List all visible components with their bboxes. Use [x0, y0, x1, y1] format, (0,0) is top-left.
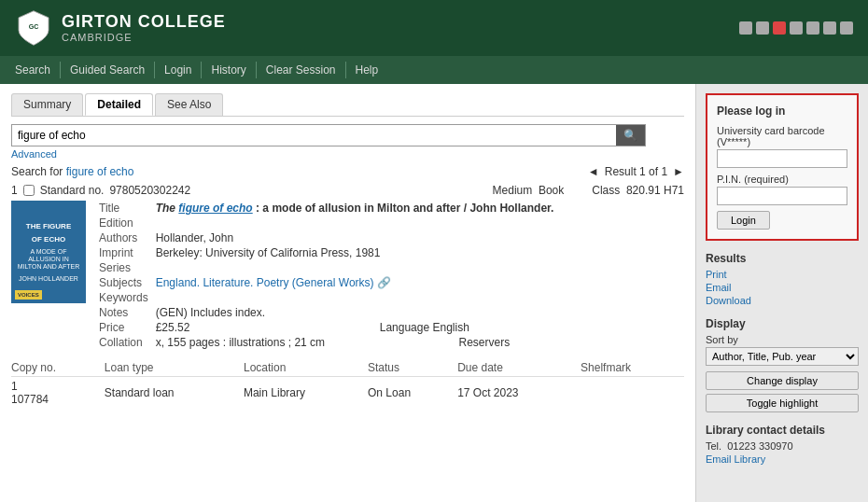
- left-content: Summary Detailed See Also 🔍 Advanced Sea…: [0, 84, 695, 502]
- book-title: The figure of echo : a mode of allusion …: [156, 201, 558, 216]
- shelfmark-cell: [581, 377, 684, 410]
- search-for: Search for figure of echo: [11, 165, 133, 178]
- logo-area: GC GIRTON COLLEGE CAMBRIDGE: [15, 9, 226, 47]
- search-area: 🔍 Advanced: [11, 124, 684, 160]
- library-contact-section: Library contact details Tel. 01223 33097…: [706, 424, 859, 465]
- subjects-value: England. Literature. Poetry (General Wor…: [156, 275, 558, 290]
- result-pagination: ◄ Result 1 of 1 ►: [588, 165, 684, 178]
- copy-table: Copy no. Loan type Location Status Due d…: [11, 359, 684, 409]
- login-box: Please log in University card barcode (V…: [706, 93, 859, 241]
- search-button[interactable]: 🔍: [616, 125, 645, 146]
- subjects-link[interactable]: England. Literature. Poetry (General Wor…: [156, 276, 374, 289]
- notes-value: (GEN) Includes index.: [156, 305, 558, 320]
- reservers-inline: Reservers: [328, 336, 510, 349]
- imprint-label: Imprint: [99, 245, 156, 260]
- cover-subtitle1: A MODE OF ALLUSION IN: [15, 248, 82, 264]
- extra-ctrl-1[interactable]: [790, 21, 803, 35]
- series-label: Series: [99, 260, 156, 275]
- nav-clear-session[interactable]: Clear Session: [257, 62, 346, 78]
- nav-login[interactable]: Login: [155, 62, 202, 78]
- cover-subtitle2: MILTON AND AFTER: [18, 263, 80, 271]
- advanced-link[interactable]: Advanced: [11, 148, 684, 160]
- display-section: Display Sort by Author, Title, Pub. year…: [706, 317, 859, 412]
- book-cover: THE FIGURE OF ECHO A MODE OF ALLUSION IN…: [11, 201, 86, 303]
- display-heading: Display: [706, 317, 859, 330]
- subjects-label: Subjects: [99, 275, 156, 290]
- language-inline: Language English: [193, 321, 469, 334]
- nav-guided-search[interactable]: Guided Search: [61, 62, 155, 78]
- edition-value: [156, 216, 558, 230]
- col-loan-type: Loan type: [105, 359, 244, 377]
- class-label: Class 820.91 H71: [592, 184, 684, 197]
- record-checkbox[interactable]: [23, 185, 35, 196]
- tabs: Summary Detailed See Also: [11, 93, 684, 117]
- cover-author: JOHN HOLLANDER: [19, 275, 78, 282]
- collation-label: Collation: [99, 335, 156, 350]
- print-link[interactable]: Print: [706, 269, 859, 280]
- loan-type-cell: Standard loan: [105, 377, 244, 410]
- keywords-value: [156, 290, 558, 305]
- results-section: Results Print Email Download: [706, 252, 859, 306]
- email-library-link[interactable]: Email Library: [706, 453, 859, 465]
- toggle-highlight-button[interactable]: Toggle highlight: [706, 394, 859, 412]
- prev-result-arrow[interactable]: ◄: [588, 165, 599, 178]
- barcode-label: University card barcode (V*****): [717, 125, 847, 147]
- price-label: Price: [99, 320, 156, 335]
- shield-logo-icon: GC: [15, 9, 52, 47]
- search-term-link[interactable]: figure of echo: [66, 165, 134, 178]
- right-sidebar: Please log in University card barcode (V…: [695, 84, 868, 502]
- email-link[interactable]: Email: [706, 282, 859, 293]
- extra-ctrl-4[interactable]: [840, 21, 853, 35]
- search-bar: 🔍: [11, 124, 646, 146]
- next-result-arrow[interactable]: ►: [673, 165, 684, 178]
- college-name: GIRTON COLLEGE: [62, 13, 226, 32]
- search-input[interactable]: [12, 125, 616, 146]
- col-due-date: Due date: [457, 359, 581, 377]
- extra-ctrl-2[interactable]: [806, 21, 819, 35]
- col-status: Status: [368, 359, 457, 377]
- close-icon[interactable]: [773, 21, 786, 35]
- extra-ctrl-3[interactable]: [823, 21, 836, 35]
- download-link[interactable]: Download: [706, 295, 859, 306]
- svg-text:GC: GC: [29, 23, 39, 31]
- notes-label: Notes: [99, 305, 156, 320]
- restore-icon[interactable]: [756, 21, 769, 35]
- location-cell: Main Library: [244, 377, 368, 410]
- nav-history[interactable]: History: [202, 62, 256, 78]
- header: GC GIRTON COLLEGE CAMBRIDGE: [0, 0, 868, 56]
- barcode-input[interactable]: [717, 149, 847, 168]
- tab-detailed[interactable]: Detailed: [85, 93, 153, 116]
- keywords-label: Keywords: [99, 290, 156, 305]
- results-heading: Results: [706, 252, 859, 265]
- change-display-button[interactable]: Change display: [706, 371, 859, 390]
- record-number: 1: [11, 184, 18, 197]
- minimize-icon[interactable]: [739, 21, 752, 35]
- result-nav: Search for figure of echo ◄ Result 1 of …: [11, 165, 684, 178]
- title-rest: : a mode of allusion in Milton and after…: [253, 202, 554, 215]
- imprint-value: Berkeley: University of California Press…: [156, 245, 558, 260]
- due-date-cell: 17 Oct 2023: [457, 377, 581, 410]
- record-row: 1 Standard no. 9780520302242 Medium Book…: [11, 184, 684, 197]
- window-controls: [739, 21, 853, 35]
- copy-no-cell: 1107784: [11, 377, 105, 410]
- login-heading: Please log in: [717, 105, 847, 118]
- record-meta: Medium Book Class 820.91 H71: [493, 184, 684, 197]
- pin-input[interactable]: [717, 187, 847, 205]
- tab-see-also[interactable]: See Also: [155, 93, 223, 116]
- standard-no: 9780520302242: [109, 184, 190, 197]
- standard-no-label: Standard no.: [40, 184, 105, 197]
- price-value: £25.52 Language English: [156, 320, 558, 335]
- library-tel: Tel. 01223 330970: [706, 440, 859, 452]
- sort-select[interactable]: Author, Title, Pub. year: [706, 347, 859, 366]
- nav-search[interactable]: Search: [15, 62, 61, 78]
- collation-value: x, 155 pages : illustrations ; 21 cm Res…: [156, 335, 558, 350]
- title-label: Title: [99, 201, 156, 216]
- sort-by-label: Sort by: [706, 334, 859, 345]
- tab-summary[interactable]: Summary: [11, 93, 83, 116]
- series-value: [156, 260, 558, 275]
- col-shelfmark: Shelfmark: [581, 359, 684, 377]
- book-info: Title The figure of echo : a mode of all…: [99, 201, 557, 350]
- title-highlight: The figure of echo: [156, 202, 253, 215]
- nav-help[interactable]: Help: [346, 62, 388, 78]
- login-button[interactable]: Login: [717, 211, 770, 230]
